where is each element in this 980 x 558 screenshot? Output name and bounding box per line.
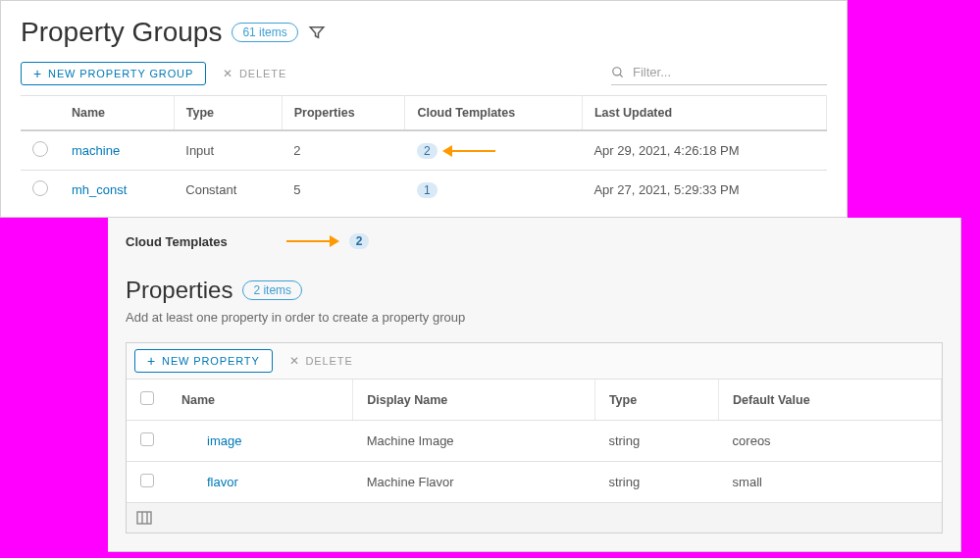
properties-box: + NEW PROPERTY ✕ DELETE Name Display Nam… (126, 342, 943, 533)
properties-toolbar: + NEW PROPERTY ✕ DELETE (127, 343, 942, 380)
col-prop-display-name[interactable]: Display Name (353, 380, 595, 421)
item-count-pill: 61 items (232, 23, 297, 42)
property-row[interactable]: flavor Machine Flavor string small (127, 462, 942, 503)
row-checkbox[interactable] (140, 432, 154, 446)
col-type[interactable]: Type (174, 96, 282, 131)
property-groups-table: Name Type Properties Cloud Templates Las… (21, 95, 827, 209)
plus-icon: + (147, 356, 156, 366)
col-prop-default[interactable]: Default Value (719, 380, 942, 421)
cloud-templates-label: Cloud Templates (126, 234, 228, 249)
properties-helper-text: Add at least one property in order to cr… (126, 310, 943, 325)
select-all-checkbox[interactable] (140, 391, 154, 405)
cloud-templates-badge[interactable]: 2 (349, 233, 370, 249)
table-row[interactable]: mh_const Constant 5 1 Apr 27, 2021, 5:29… (21, 171, 827, 210)
property-name-link[interactable]: flavor (207, 475, 238, 489)
property-default: coreos (719, 421, 942, 462)
properties-count-pill: 2 items (242, 280, 302, 300)
property-display-name: Machine Image (353, 421, 595, 462)
delete-group-button[interactable]: ✕ DELETE (212, 62, 297, 85)
new-property-group-label: NEW PROPERTY GROUP (48, 68, 193, 79)
filter-icon[interactable] (308, 24, 326, 41)
property-display-name: Machine Flavor (353, 462, 595, 503)
table-row[interactable]: machine Input 2 2 Apr 29, 2021, 4:26:18 … (21, 130, 827, 171)
x-icon: ✕ (289, 356, 300, 366)
group-name-link[interactable]: mh_const (72, 182, 127, 197)
col-prop-type[interactable]: Type (594, 380, 718, 421)
col-last-updated[interactable]: Last Updated (582, 96, 826, 131)
search-icon (611, 66, 625, 79)
property-name-link[interactable]: image (207, 433, 241, 448)
cloud-templates-summary: Cloud Templates 2 (126, 233, 943, 249)
col-cloud-templates[interactable]: Cloud Templates (405, 96, 583, 131)
page-header: Property Groups 61 items (21, 17, 827, 48)
x-icon: ✕ (223, 69, 233, 78)
groups-toolbar: + NEW PROPERTY GROUP ✕ DELETE (21, 62, 827, 85)
delete-property-label: DELETE (306, 355, 353, 367)
property-type: string (594, 421, 718, 462)
cloud-templates-badge[interactable]: 1 (417, 182, 438, 198)
annotation-arrow-icon (286, 236, 337, 246)
group-updated: Apr 27, 2021, 5:29:33 PM (582, 171, 826, 210)
svg-rect-2 (137, 512, 151, 524)
groups-toolbar-buttons: + NEW PROPERTY GROUP ✕ DELETE (21, 62, 297, 85)
page-title: Property Groups (21, 17, 222, 48)
delete-property-button[interactable]: ✕ DELETE (279, 349, 364, 373)
properties-title: Properties (126, 277, 232, 304)
property-type: string (594, 462, 718, 503)
group-properties: 2 (282, 130, 405, 171)
col-properties[interactable]: Properties (282, 96, 405, 131)
svg-line-1 (620, 74, 623, 76)
new-property-button[interactable]: + NEW PROPERTY (134, 349, 273, 373)
col-prop-name[interactable]: Name (168, 380, 353, 421)
col-name[interactable]: Name (60, 96, 174, 131)
property-row[interactable]: image Machine Image string coreos (127, 421, 942, 462)
delete-group-label: DELETE (239, 68, 286, 79)
column-picker-icon[interactable] (136, 511, 932, 525)
filter-search[interactable] (611, 62, 827, 85)
group-name-link[interactable]: machine (72, 143, 120, 158)
properties-header: Properties 2 items (126, 277, 943, 304)
cloud-templates-badge[interactable]: 2 (417, 143, 438, 159)
table-footer (127, 503, 942, 533)
plus-icon: + (33, 69, 42, 78)
filter-input[interactable] (631, 64, 827, 80)
new-property-label: NEW PROPERTY (162, 355, 260, 367)
row-checkbox[interactable] (140, 474, 154, 487)
svg-point-0 (613, 67, 621, 75)
properties-table: Name Display Name Type Default Value ima… (127, 380, 942, 503)
group-detail-panel: Cloud Templates 2 Properties 2 items Add… (108, 218, 961, 552)
group-type: Constant (174, 171, 282, 210)
group-updated: Apr 29, 2021, 4:26:18 PM (582, 130, 826, 171)
row-radio[interactable] (32, 180, 48, 196)
property-groups-panel: Property Groups 61 items + NEW PROPERTY … (0, 0, 848, 218)
property-default: small (719, 462, 942, 503)
annotation-arrow-icon (444, 146, 495, 156)
group-type: Input (174, 130, 282, 171)
row-radio[interactable] (32, 141, 48, 157)
new-property-group-button[interactable]: + NEW PROPERTY GROUP (21, 62, 206, 85)
group-properties: 5 (282, 171, 405, 210)
